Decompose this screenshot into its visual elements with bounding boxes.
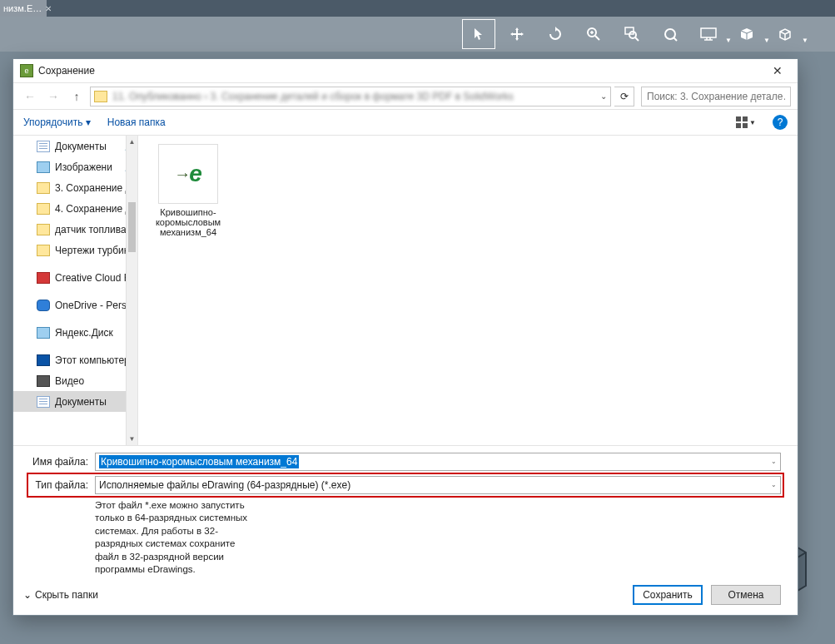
svg-line-1 [595,36,599,40]
zoom-tool-button[interactable] [577,19,610,49]
svg-rect-9 [701,28,716,37]
display-tool-button[interactable]: ▼ [692,19,725,49]
svg-rect-14 [743,116,748,121]
close-tab-icon[interactable]: ✕ [45,4,52,13]
filetype-highlight: Тип файла: Исполняемые файлы eDrawing (6… [27,473,784,498]
folder-icon [37,245,50,256]
view-cube-tool-button[interactable]: ▼ [768,19,802,49]
tree-item-label: 4. Сохранение д [55,203,132,215]
tree-item[interactable]: Изображени📌 [13,156,137,177]
save-dialog: e Сохранение ✕ ← → ↑ 11. Опубликованно ›… [12,58,798,616]
doc-icon [37,396,50,408]
tree-item-label: Creative Cloud Fil [55,272,134,284]
chevron-down-icon[interactable]: ⌄ [771,481,777,488]
file-item[interactable]: →e Кривошипно-коромысловым механизм_64 [147,144,230,237]
file-list[interactable]: →e Кривошипно-коромысловым механизм_64 [138,136,798,445]
tree-item[interactable]: Чертежи турбин [13,240,137,260]
tree-item[interactable]: Документы [13,391,137,412]
tree-scrollbar[interactable]: ▲ ▼ [126,136,137,445]
tree-item[interactable]: Документы📌 [13,136,137,156]
nav-back-button[interactable]: ← [20,87,40,107]
cancel-button[interactable]: Отмена [711,585,781,605]
tree-item-label: датчик топлива [55,224,127,235]
tree-item-label: 3. Сохранение д [55,182,132,194]
doc-icon [37,141,50,152]
address-dropdown-icon[interactable]: ⌄ [600,92,607,101]
zoom-fit-tool-button[interactable] [654,19,687,49]
filename-dropdown-icon[interactable]: ⌄ [771,458,777,465]
filetype-label: Тип файла: [30,479,88,491]
folder-icon [94,91,107,102]
tree-item-label: Этот компьютер [55,354,130,366]
move-tool-button[interactable] [500,19,534,49]
app-toolbar: ▼ ▼ ▼ [0,17,835,52]
scroll-down-button[interactable]: ▼ [127,433,137,445]
edrawings-file-icon: →e [158,144,218,204]
tree-item[interactable]: Яндекс.Диск [13,322,137,343]
new-folder-button[interactable]: Новая папка [107,116,166,128]
search-input[interactable] [641,87,791,107]
svg-point-5 [629,32,636,38]
tree-item[interactable]: Creative Cloud Fil [13,267,137,288]
refresh-tool-button[interactable] [539,19,572,49]
tree-item-label: Видео [55,375,84,387]
app-tab[interactable]: низм.E… ✕ [0,0,47,17]
filetype-value: Исполняемые файлы eDrawing (64-разрядные… [99,479,350,491]
pc-icon [37,354,50,366]
organize-button[interactable]: Упорядочить ▾ [23,116,91,128]
filename-input-wrapper[interactable]: Кривошипно-коромысловым механизм_64 ⌄ [95,453,781,471]
tree-item-label: Изображени [55,161,112,173]
dialog-titlebar: e Сохранение ✕ [13,59,798,82]
nav-up-button[interactable]: ↑ [67,87,87,107]
folder-icon [37,182,50,194]
scroll-up-button[interactable]: ▲ [127,136,137,147]
cloud-icon [37,300,50,311]
nav-forward-button[interactable]: → [43,87,63,107]
tree-item-label: Документы [55,396,107,408]
filename-label: Имя файла: [30,456,88,468]
tree-item[interactable]: 4. Сохранение д [13,198,137,219]
tree-item-label: Яндекс.Диск [55,327,113,339]
nav-refresh-button[interactable]: ⟳ [614,87,634,107]
cursor-tool-button[interactable] [462,19,495,49]
folder-tree: Документы📌Изображени📌3. Сохранение д4. С… [13,136,138,445]
filename-input-value: Кривошипно-коромысловым механизм_64 [99,455,299,468]
dialog-close-button[interactable]: ✕ [764,61,791,81]
svg-rect-15 [736,123,741,128]
address-bar[interactable]: 11. Опубликованно › 3. Сохранение детале… [90,87,611,107]
dialog-title-text: Сохранение [38,65,95,77]
filetype-note: Этот файл *.exe можно запустить только в… [95,499,253,577]
filetype-combo[interactable]: Исполняемые файлы eDrawing (64-разрядные… [95,476,781,494]
command-bar: Упорядочить ▾ Новая папка ▼ ? [13,109,798,136]
hide-folders-label: Скрыть папки [35,589,98,601]
save-button[interactable]: Сохранить [633,585,703,605]
tree-item-label: Документы [55,141,107,152]
svg-line-8 [673,37,677,41]
address-path-text: 11. Опубликованно › 3. Сохранение детале… [112,91,514,102]
dialog-footer: Имя файла: Кривошипно-коромысловым механ… [13,446,798,615]
tree-item[interactable]: 3. Сохранение д [13,177,137,198]
svg-line-6 [635,37,639,41]
zoom-area-tool-button[interactable] [615,19,649,49]
scroll-thumb[interactable] [128,202,136,252]
help-button[interactable]: ? [773,115,788,130]
folder-icon [37,224,50,235]
tree-item[interactable]: Видео [13,370,137,391]
app-icon: e [20,64,33,77]
chevron-down-icon: ⌄ [23,589,32,601]
file-name-label: Кривошипно-коромысловым механизм_64 [147,207,230,237]
app-tab-label: низм.E… [3,3,42,13]
tree-item[interactable]: Этот компьютер [13,349,137,370]
app-tabstrip [0,0,835,17]
img-icon [37,161,50,173]
hide-folders-toggle[interactable]: ⌄ Скрыть папки [23,589,98,601]
tree-item-label: Чертежи турбин [55,245,129,256]
tree-item[interactable]: датчик топлива [13,219,137,240]
nav-bar: ← → ↑ 11. Опубликованно › 3. Сохранение … [13,82,798,109]
img-icon [37,327,50,339]
package-tool-button[interactable]: ▼ [730,19,763,49]
tree-item[interactable]: OneDrive - Person [13,295,137,315]
svg-rect-16 [743,123,748,128]
view-mode-button[interactable]: ▼ [736,116,756,128]
vid-icon [37,375,50,387]
